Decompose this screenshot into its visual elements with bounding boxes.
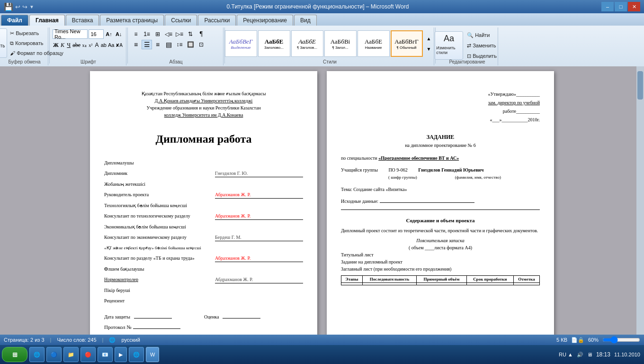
style-up-button[interactable]: ▲: [424, 34, 434, 43]
poy-sub: ( объем ____листа формата А4): [341, 245, 540, 250]
taskbar-folder[interactable]: 📁: [63, 347, 79, 362]
tab-review[interactable]: Рецензирование: [237, 15, 293, 26]
tray-network[interactable]: 🖥: [587, 352, 592, 357]
para-row-1: ≡ 1≡ ⊞ ◁≡ ▷≡ ⇅ ¶: [131, 29, 220, 39]
linespacing-button[interactable]: ↕≡: [174, 40, 185, 49]
justify-button[interactable]: ▤: [163, 40, 174, 49]
maximize-button[interactable]: □: [615, 2, 627, 11]
style-heading3[interactable]: АаБбВі ¶ Загол...: [324, 30, 357, 57]
align-left-button[interactable]: ≡: [131, 40, 141, 49]
taskbar-mail[interactable]: 📧: [98, 347, 113, 362]
poy-title: Пояснительная записка: [341, 238, 540, 243]
style-highlight[interactable]: АаБбВеГ Выделение: [225, 30, 257, 57]
cut-icon: ✂: [10, 30, 14, 36]
align-center-button[interactable]: ☰: [142, 40, 152, 49]
replace-button[interactable]: ⇄Заменить: [465, 41, 499, 50]
language-status: 🌐: [109, 337, 116, 343]
underline-button[interactable]: Ч: [66, 40, 72, 50]
borders-button[interactable]: ⊡: [196, 40, 206, 49]
tab-mailings[interactable]: Рассылки: [198, 15, 236, 26]
subscript-button[interactable]: x₂: [81, 40, 87, 50]
diploma-title: Дипломная работа: [104, 133, 303, 146]
show-para-button[interactable]: ¶: [196, 29, 206, 39]
taskbar-word[interactable]: W: [146, 347, 159, 362]
ribbon: Файл Главная Вставка Разметка страницы С…: [0, 13, 644, 69]
paste-button[interactable]: 📋 Вставить: [0, 28, 7, 58]
change-styles-button[interactable]: Aa Изменить стили: [435, 31, 463, 60]
field-econ-ru: Консультант по экономическому разделу Бе…: [104, 234, 303, 241]
style-heading2[interactable]: АаБбЕ ¶ Заголов...: [291, 30, 323, 57]
minimize-button[interactable]: –: [601, 2, 614, 11]
tray-volume[interactable]: 🔊: [577, 352, 583, 358]
qa-arrow[interactable]: ▼: [29, 4, 34, 9]
table-header-srok: Срок проработки: [466, 275, 513, 282]
strikethrough-button[interactable]: abe: [72, 40, 81, 50]
student-row: Учащийся группы ПО 9-062 Гнездилов Генна…: [341, 166, 540, 181]
highlight-button[interactable]: ab: [100, 40, 107, 50]
taskbar: ⊞ 🌐 🔵 📁 🔴 📧 ▶ 🌐 W RU ▲ 🔊 🖥 18:13 11.10.2…: [0, 345, 644, 364]
align-right-button[interactable]: ≡: [152, 40, 163, 49]
tab-view[interactable]: Вид: [294, 15, 317, 26]
numbered-list-button[interactable]: 1≡: [142, 29, 152, 39]
tray-date: 11.10.2010: [614, 352, 640, 357]
style-down-button[interactable]: ▼: [424, 44, 434, 54]
copy-icon: ⧉: [10, 40, 14, 46]
taskbar-browser[interactable]: 🔵: [46, 347, 62, 362]
increase-indent-button[interactable]: ▷≡: [174, 29, 185, 39]
title-bar: 💾 ↩ ↪ ▼ 0.Титулка [Режим ограниченной фу…: [0, 0, 644, 13]
tab-file[interactable]: Файл: [1, 15, 28, 26]
zadanie-sub: на дипломное проектирование № 6: [341, 143, 540, 148]
taskbar-opera[interactable]: 🔴: [80, 347, 96, 362]
font-name-box[interactable]: Times New Ro...: [53, 29, 88, 39]
zoom-slider[interactable]: [602, 336, 640, 344]
table-header-seq: Последовательность: [362, 275, 416, 282]
system-tray: RU ▲ 🔊 🖥 18:13 11.10.2010: [559, 351, 642, 358]
start-button[interactable]: ⊞: [2, 347, 27, 362]
close-button[interactable]: ✕: [628, 2, 640, 11]
find-button[interactable]: 🔍Найти: [465, 30, 499, 40]
change-styles-icon: Aa: [444, 34, 454, 44]
schedule-table: Этапы Последовательность Примерный объём…: [341, 275, 540, 285]
font-row: Times New Ro... 16 A↑ A↓: [53, 29, 123, 39]
tab-insert[interactable]: Вставка: [66, 15, 99, 26]
decrease-indent-button[interactable]: ◁≡: [163, 29, 174, 39]
replace-icon: ⇄: [467, 43, 471, 49]
field-olshem: Өлшем бақылаушы: [104, 266, 303, 273]
font-size-box[interactable]: 16: [89, 29, 103, 39]
taskbar-ie[interactable]: 🌐: [29, 347, 45, 362]
undo-icon[interactable]: ↩: [15, 3, 20, 10]
clear-format-button[interactable]: ✘A: [115, 40, 123, 50]
bold-button[interactable]: Ж: [53, 40, 59, 50]
increase-font-button[interactable]: A↑: [105, 29, 114, 39]
scrollbar-thumb[interactable]: [637, 71, 643, 100]
table-header-otmetka: Отметка: [513, 275, 539, 282]
data-row: Исходные данные:: [341, 198, 540, 205]
word-icon: 💾: [4, 2, 13, 11]
font-aa-button[interactable]: Aa: [107, 40, 115, 50]
bullet-list-button[interactable]: ≡: [131, 29, 141, 39]
tab-references[interactable]: Ссылки: [165, 15, 197, 26]
sort-button[interactable]: ⇅: [185, 29, 196, 39]
window-title: 0.Титулка [Режим ограниченной функционал…: [34, 3, 601, 10]
tab-home[interactable]: Главная: [29, 15, 65, 26]
vertical-scrollbar[interactable]: [636, 66, 644, 335]
fields-list: Дипломалушы Дипломник Гнездилов Г. Ю. Жо…: [104, 160, 303, 304]
style-normal[interactable]: АаБбВгГ ¶ Обычный: [391, 30, 423, 57]
redo-icon[interactable]: ↪: [22, 3, 27, 10]
multilevel-list-button[interactable]: ⊞: [152, 29, 163, 39]
style-heading1[interactable]: АаБбЕ Заголово...: [258, 30, 290, 57]
taskbar-media[interactable]: ▶: [115, 347, 127, 362]
italic-button[interactable]: К: [60, 40, 65, 50]
shading-button[interactable]: 🔲: [185, 40, 196, 49]
item-3: Заглавный лист (при необходимости его пр…: [341, 266, 540, 272]
taskbar-browser2[interactable]: 🌐: [129, 347, 144, 362]
style-title[interactable]: АаБбЕ Название: [358, 30, 390, 57]
tab-layout[interactable]: Разметка страницы: [100, 15, 164, 26]
edit-group: Aa Изменить стили 🔍Найти ⇄Заменить ⊡Выде…: [437, 27, 498, 65]
status-bar: Страница: 2 из 3 | Число слов: 245 | 🌐 р…: [0, 335, 644, 345]
superscript-button[interactable]: x²: [88, 40, 93, 50]
decrease-font-button[interactable]: A↓: [114, 29, 123, 39]
font-color-button[interactable]: A: [94, 40, 99, 50]
tray-time: 18:13: [596, 351, 610, 358]
style-scroll-buttons: ▲ ▼: [424, 34, 434, 54]
